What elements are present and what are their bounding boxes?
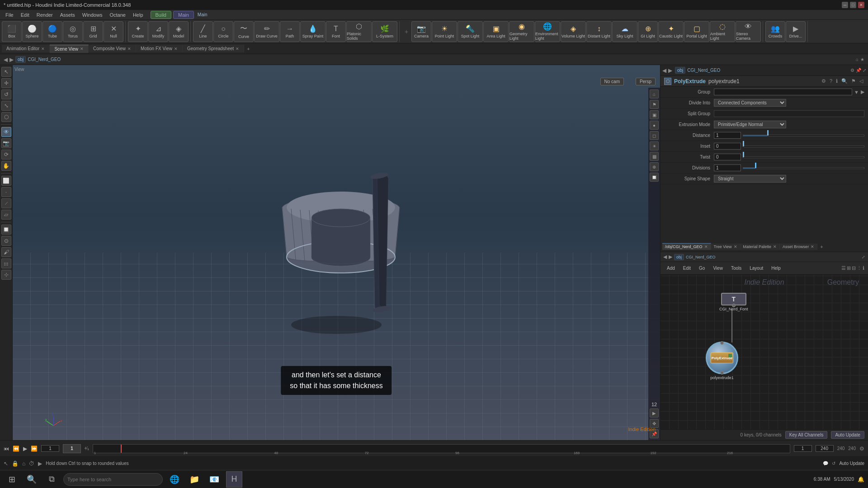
menu-file[interactable]: File	[2, 11, 17, 19]
line-tool[interactable]: ╱ Line	[193, 21, 213, 42]
right-settings-icon[interactable]: ⚙	[850, 68, 854, 73]
tab-composite-view[interactable]: Composite View ✕	[89, 45, 136, 52]
soft-sel-btn[interactable]: ⊙	[1, 236, 11, 246]
add-right-tab[interactable]: +	[817, 243, 826, 251]
inset-input[interactable]	[714, 143, 741, 150]
chat-icon[interactable]: 💬	[823, 461, 828, 466]
camera-nav-btn[interactable]: 📷	[1, 138, 11, 148]
ng-layout-btn[interactable]: Layout	[747, 265, 766, 272]
grid-tool[interactable]: ⊞ Grid	[83, 21, 103, 42]
timeline-play-btn[interactable]: ▶	[23, 446, 27, 452]
move-tool-btn[interactable]: ✛	[1, 78, 11, 88]
stereo-camera-tool[interactable]: 👁 Stereo Camera	[736, 21, 761, 42]
main-dropdown[interactable]: Main	[173, 11, 194, 19]
torus-tool[interactable]: ◎ Torus	[63, 21, 83, 42]
l-system-tool[interactable]: 🌿 L-System	[372, 21, 397, 42]
point-sel-btn[interactable]: ·	[1, 187, 11, 197]
close-material-palette[interactable]: ✕	[773, 244, 777, 249]
vp-render-btn[interactable]: ▣	[650, 110, 659, 119]
ng-add-btn[interactable]: Add	[664, 265, 678, 272]
vp-home-btn[interactable]: ⌂	[650, 89, 659, 99]
timeline-start-frame[interactable]	[794, 445, 812, 452]
ng-view-btn[interactable]: View	[710, 265, 726, 272]
search-button[interactable]: 🔍	[24, 471, 40, 488]
props-info-icon[interactable]: ℹ	[835, 78, 839, 84]
add-tab-button[interactable]: +	[244, 45, 252, 53]
tab-scene-view[interactable]: Scene View ✕	[50, 45, 89, 53]
vp-wire-btn[interactable]: ◻	[650, 131, 659, 140]
pose-btn[interactable]: ⚏	[1, 258, 11, 268]
right-pin-icon[interactable]: 📌	[856, 68, 861, 73]
close-button[interactable]: ✕	[858, 2, 864, 8]
taskbar-search-input[interactable]	[63, 473, 163, 486]
distance-slider[interactable]	[743, 132, 864, 139]
spine-shape-select[interactable]: Straight Curved	[714, 175, 786, 183]
timeline-start-btn[interactable]: ⏮	[4, 446, 9, 452]
ng-info-icon[interactable]: ℹ	[863, 265, 864, 271]
env-light-tool[interactable]: 🌐 Environment Light	[535, 21, 560, 42]
taskbar-mail-btn[interactable]: 📧	[206, 471, 222, 488]
taskbar-houdini-btn[interactable]: H	[226, 471, 242, 488]
view-tool-btn[interactable]: 👁	[1, 127, 11, 137]
edge-sel-btn[interactable]: ⟋	[1, 198, 11, 208]
inset-slider[interactable]	[743, 143, 864, 150]
ng-tools-btn[interactable]: Tools	[728, 265, 744, 272]
menu-render[interactable]: Render	[33, 11, 57, 19]
orbit-btn[interactable]: ⟳	[1, 150, 11, 160]
font-node[interactable]: T CGI_Nerd_Font	[719, 293, 748, 311]
maximize-button[interactable]: □	[850, 2, 856, 8]
polyextrude-output[interactable]	[720, 371, 724, 375]
pan-btn[interactable]: ✋	[1, 161, 11, 171]
crowds-tool[interactable]: 👥 Crowds	[765, 21, 785, 42]
draw-curve-tool[interactable]: ✏ Draw Curve	[254, 21, 279, 42]
props-flag-icon[interactable]: ⚑	[850, 78, 857, 84]
gi-light-tool[interactable]: ⊕ GI Light	[638, 21, 658, 42]
platonic-tool[interactable]: ⬡ Platonic Solids	[346, 21, 372, 42]
timeline-back-btn[interactable]: ⏪	[13, 446, 19, 452]
right-expand-icon[interactable]: ⤢	[863, 68, 866, 73]
distance-input[interactable]	[714, 132, 741, 139]
ng-edit-btn[interactable]: Edit	[680, 265, 693, 272]
ng-grid-icon[interactable]: ⊞	[847, 265, 851, 271]
key-all-btn[interactable]: Key All Channels	[785, 431, 828, 439]
taskbar-edge-btn[interactable]: 🌐	[166, 471, 183, 488]
polyextrude-input[interactable]	[720, 341, 724, 345]
timeline-frame-input[interactable]	[41, 445, 59, 452]
snap-btn[interactable]: 🔲	[1, 225, 11, 235]
font-tool[interactable]: T Font	[326, 21, 346, 42]
spot-light-tool[interactable]: 🔦 Spot Light	[458, 21, 483, 42]
volume-light-tool[interactable]: ◈ Volume Light	[561, 21, 586, 42]
tab-material-palette[interactable]: Material Palette ✕	[741, 244, 780, 250]
timeline-end-frame[interactable]	[816, 445, 834, 452]
persp-button[interactable]: Persp	[636, 78, 656, 85]
tube-tool[interactable]: 🔵 Tube	[42, 21, 62, 42]
close-node-graph[interactable]: ✕	[704, 244, 708, 249]
menu-windows[interactable]: Windows	[79, 11, 106, 19]
twist-input[interactable]	[714, 154, 741, 160]
node-graph-canvas[interactable]: Indie Edition Geometry T CGI_Nerd_Font	[660, 275, 868, 429]
ng-back-btn[interactable]: ◀	[663, 254, 667, 260]
right-back-btn[interactable]: ◀	[662, 67, 666, 74]
ng-expand-icon[interactable]: ⤢	[862, 255, 865, 259]
ng-forward-btn[interactable]: ▶	[669, 254, 672, 260]
minimize-button[interactable]: ─	[842, 2, 848, 8]
ng-flow-icon[interactable]: ⋮	[857, 265, 862, 271]
close-asset-browser[interactable]: ✕	[811, 244, 814, 249]
group-sel-btn[interactable]: ⬜	[1, 176, 11, 186]
back-btn[interactable]: ◀	[4, 56, 8, 63]
group-input[interactable]	[714, 89, 852, 95]
circle-tool[interactable]: ○ Circle	[213, 21, 233, 42]
playback-speed[interactable]: ⁴⁄₁	[85, 446, 89, 451]
model-mode[interactable]: ◈ Model	[169, 21, 189, 42]
portal-light-tool[interactable]: ▢ Portal Light	[684, 21, 709, 42]
menu-octane[interactable]: Octane	[106, 11, 129, 19]
extrusion-mode-select[interactable]: Primitive/Edge Normal Point Normal	[714, 121, 786, 128]
right-forward-btn[interactable]: ▶	[668, 67, 672, 74]
transform-tool-btn[interactable]: ⬡	[1, 112, 11, 122]
menu-assets[interactable]: Assets	[57, 11, 79, 19]
path-tool[interactable]: → Path	[280, 21, 300, 42]
taskbar-files-btn[interactable]: 📁	[186, 471, 203, 488]
spray-paint-tool[interactable]: 💧 Spray Paint	[300, 21, 326, 42]
vp-shading-btn[interactable]: ●	[650, 121, 659, 130]
ng-help-btn[interactable]: Help	[769, 265, 783, 272]
